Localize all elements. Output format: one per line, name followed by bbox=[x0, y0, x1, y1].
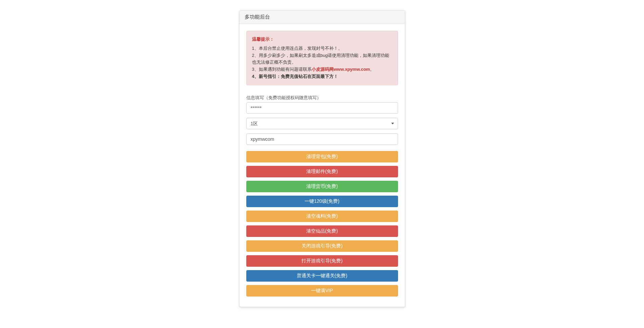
notice-line-3: 3、如果遇到功能有问题请联系小皮源码网www.xpymw.com。 bbox=[252, 66, 392, 73]
action-buttons: 清理背包(免费)清理邮件(免费)清理货币(免费)一键120级(免费)清空魂料(免… bbox=[246, 151, 398, 297]
action-button-4[interactable]: 清空魂料(免费) bbox=[246, 211, 398, 222]
action-button-5[interactable]: 清空仙品(免费) bbox=[246, 225, 398, 237]
notice-line-3-prefix: 3、如果遇到功能有问题请联系 bbox=[252, 67, 312, 72]
region-select-wrap: 1区 bbox=[246, 118, 398, 129]
action-button-9[interactable]: 一键满VIP bbox=[246, 285, 398, 297]
panel-body: 温馨提示： 1、本后台禁止使用连点器，发现封号不补！。 2、用多少刷多少，如果刷… bbox=[240, 24, 405, 307]
username-input[interactable] bbox=[246, 133, 398, 145]
region-select[interactable]: 1区 bbox=[246, 118, 398, 129]
panel-title: 多功能后台 bbox=[240, 10, 405, 24]
notice-line-2: 2、用多少刷多少，如果刷太多造成bug请使用清理功能，如果清理功能也无法修正概不… bbox=[252, 52, 392, 66]
action-button-7[interactable]: 打开游戏引导(免费) bbox=[246, 255, 398, 267]
action-button-8[interactable]: 普通关卡一键通关(免费) bbox=[246, 270, 398, 282]
auth-code-input[interactable] bbox=[246, 102, 398, 114]
notice-line-1: 1、本后台禁止使用连点器，发现封号不补！。 bbox=[252, 45, 392, 52]
action-button-3[interactable]: 一键120级(免费) bbox=[246, 196, 398, 207]
notice-title: 温馨提示： bbox=[252, 36, 392, 43]
action-button-2[interactable]: 清理货币(免费) bbox=[246, 181, 398, 192]
notice-line-4: 4、新号指引：免费充值钻石在页面最下方！ bbox=[252, 73, 392, 80]
form-label: 信息填写（免费功能授权码随意填写） bbox=[246, 95, 398, 101]
notice-box: 温馨提示： 1、本后台禁止使用连点器，发现封号不补！。 2、用多少刷多少，如果刷… bbox=[246, 31, 398, 85]
notice-line-3-suffix: 。 bbox=[370, 67, 374, 72]
action-button-0[interactable]: 清理背包(免费) bbox=[246, 151, 398, 162]
contact-link[interactable]: 小皮源码网www.xpymw.com bbox=[312, 67, 370, 72]
action-button-6[interactable]: 关闭游戏引导(免费) bbox=[246, 240, 398, 252]
admin-panel: 多功能后台 温馨提示： 1、本后台禁止使用连点器，发现封号不补！。 2、用多少刷… bbox=[239, 10, 405, 307]
action-button-1[interactable]: 清理邮件(免费) bbox=[246, 166, 398, 177]
